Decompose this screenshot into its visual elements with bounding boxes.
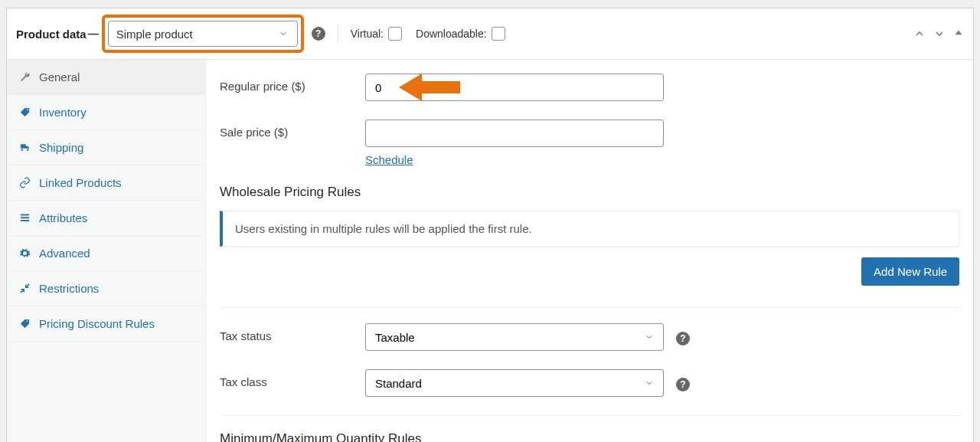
sale-price-label: Sale price ($) xyxy=(220,120,365,139)
svg-rect-1 xyxy=(21,214,29,216)
downloadable-label: Downloadable: xyxy=(416,28,487,40)
tab-label: Shipping xyxy=(39,141,83,154)
tax-status-select[interactable]: Taxable xyxy=(365,323,664,351)
tab-label: Attributes xyxy=(39,211,87,224)
caret-up-icon[interactable] xyxy=(953,28,964,38)
minmax-heading: Minimum/Maximum Quantity Rules xyxy=(220,431,959,442)
compress-icon xyxy=(19,283,31,294)
tab-label: Inventory xyxy=(39,106,87,119)
sale-price-input[interactable] xyxy=(365,120,664,147)
virtual-label: Virtual: xyxy=(351,28,384,40)
list-icon xyxy=(19,212,31,224)
tab-restrictions[interactable]: Restrictions xyxy=(7,271,205,306)
tab-shipping[interactable]: Shipping xyxy=(7,130,205,165)
panel-header: Product data — Simple product ? Virtual:… xyxy=(7,8,973,60)
help-icon[interactable]: ? xyxy=(676,332,690,345)
tab-label: Restrictions xyxy=(39,282,99,295)
product-type-select[interactable]: Simple product xyxy=(108,21,298,47)
svg-rect-3 xyxy=(21,220,29,221)
svg-marker-0 xyxy=(955,31,962,35)
pricetag-icon xyxy=(19,318,31,329)
downloadable-checkbox[interactable] xyxy=(492,27,505,41)
tab-content-general: Regular price ($) Sale price ($) Schedul… xyxy=(206,60,973,442)
help-icon[interactable]: ? xyxy=(312,27,325,41)
tab-label: Linked Products xyxy=(39,176,122,189)
chevron-down-icon[interactable] xyxy=(933,28,946,40)
chevron-up-icon[interactable] xyxy=(913,28,926,40)
virtual-checkbox[interactable] xyxy=(388,27,402,41)
link-icon xyxy=(19,177,31,188)
annotation-arrow-icon xyxy=(399,72,460,103)
svg-marker-6 xyxy=(399,74,460,101)
tab-label: Advanced xyxy=(39,247,90,260)
wholesale-heading: Wholesale Pricing Rules xyxy=(220,185,959,200)
tax-class-label: Tax class xyxy=(220,369,365,388)
truck-icon xyxy=(19,142,31,153)
tab-label: General xyxy=(39,70,80,83)
wholesale-notice: Users existing in multiple rules will be… xyxy=(220,211,959,247)
regular-price-label: Regular price ($) xyxy=(220,74,365,93)
schedule-link[interactable]: Schedule xyxy=(365,153,413,166)
tax-class-select[interactable]: Standard xyxy=(365,369,664,397)
tab-attributes[interactable]: Attributes xyxy=(7,201,205,236)
tab-inventory[interactable]: Inventory xyxy=(7,95,205,130)
tab-linked[interactable]: Linked Products xyxy=(7,165,205,201)
product-data-tabs: GeneralInventoryShippingLinked ProductsA… xyxy=(7,60,206,442)
product-data-panel: Product data — Simple product ? Virtual:… xyxy=(6,8,974,442)
panel-toggle-actions xyxy=(913,28,964,40)
tab-label: Pricing Discount Rules xyxy=(39,317,155,330)
help-icon[interactable]: ? xyxy=(676,378,690,391)
wrench-icon xyxy=(19,71,31,83)
add-new-rule-button[interactable]: Add New Rule xyxy=(861,257,959,286)
tab-advanced[interactable]: Advanced xyxy=(7,236,205,271)
tab-pricing[interactable]: Pricing Discount Rules xyxy=(7,306,205,342)
tag-icon xyxy=(19,106,31,118)
product-type-highlight: Simple product xyxy=(102,15,304,53)
gear-icon xyxy=(19,247,31,259)
tax-status-label: Tax status xyxy=(220,323,365,342)
panel-title: Product data xyxy=(16,28,87,41)
tab-general[interactable]: General xyxy=(7,60,205,95)
svg-rect-2 xyxy=(21,217,29,218)
